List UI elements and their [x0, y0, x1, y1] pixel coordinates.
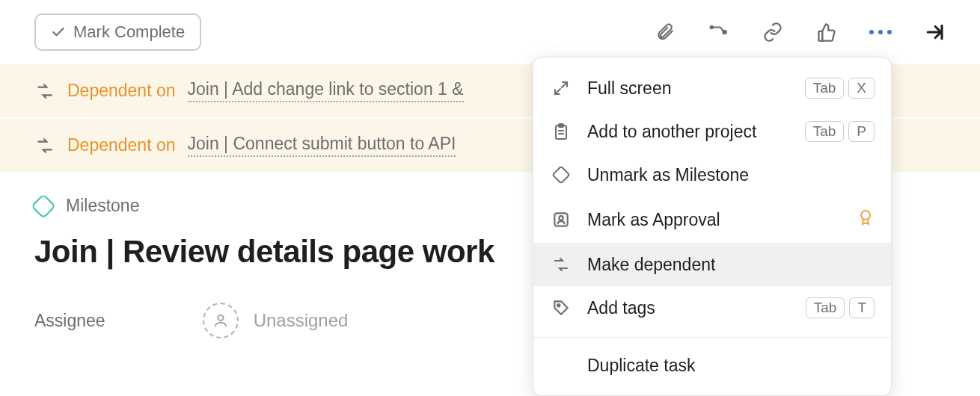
- menu-add-tags[interactable]: Add tags Tab T: [533, 286, 891, 330]
- more-actions-icon[interactable]: [869, 21, 892, 43]
- svg-point-2: [218, 315, 223, 321]
- task-header: Mark Complete: [0, 0, 980, 64]
- milestone-label: Milestone: [66, 196, 139, 216]
- check-icon: [51, 25, 66, 40]
- menu-label: Duplicate task: [587, 356, 875, 376]
- tag-icon: [550, 297, 572, 319]
- attachment-icon[interactable]: [654, 21, 676, 43]
- svg-point-8: [559, 216, 563, 220]
- diamond-icon: [550, 164, 572, 186]
- stamp-icon: [550, 208, 572, 231]
- menu-mark-approval[interactable]: Mark as Approval: [533, 197, 891, 243]
- menu-label: Add to another project: [587, 122, 790, 142]
- assignee-avatar-placeholder: [203, 303, 239, 338]
- dependency-label: Dependent on: [67, 81, 176, 101]
- mark-complete-label: Mark Complete: [73, 22, 185, 42]
- dependency-icon: [550, 253, 572, 276]
- menu-label: Mark as Approval: [587, 210, 842, 230]
- approval-badge-icon: [857, 207, 875, 232]
- subtask-icon[interactable]: [708, 21, 730, 43]
- menu-duplicate-task[interactable]: Duplicate task: [533, 345, 891, 386]
- svg-point-1: [711, 26, 713, 28]
- clipboard-icon: [550, 120, 572, 143]
- menu-make-dependent[interactable]: Make dependent: [533, 243, 891, 286]
- menu-label: Make dependent: [587, 255, 875, 275]
- assignee-text: Unassigned: [254, 310, 349, 331]
- svg-point-0: [723, 31, 726, 34]
- shortcut: Tab X: [805, 78, 875, 99]
- menu-full-screen[interactable]: Full screen Tab X: [533, 66, 891, 110]
- shortcut: Tab P: [805, 121, 875, 142]
- task-actions-menu: Full screen Tab X Add to another project…: [533, 57, 892, 396]
- svg-point-9: [861, 211, 870, 220]
- shortcut: Tab T: [806, 297, 875, 318]
- menu-label: Unmark as Milestone: [587, 165, 875, 185]
- menu-label: Full screen: [587, 78, 790, 99]
- like-icon[interactable]: [815, 21, 838, 43]
- menu-add-project[interactable]: Add to another project Tab P: [533, 110, 891, 153]
- dependency-icon: [34, 136, 55, 155]
- fullscreen-icon: [550, 77, 572, 99]
- assignee-value[interactable]: Unassigned: [203, 303, 349, 338]
- menu-divider: [533, 337, 891, 338]
- mark-complete-button[interactable]: Mark Complete: [34, 13, 201, 51]
- assignee-label: Assignee: [34, 311, 105, 331]
- dependency-label: Dependent on: [67, 135, 176, 155]
- dependency-icon: [34, 81, 55, 101]
- toolbar: [654, 21, 946, 43]
- milestone-diamond-icon: [31, 194, 56, 219]
- svg-point-10: [557, 304, 560, 306]
- collapse-panel-icon[interactable]: [923, 21, 946, 43]
- dependency-link[interactable]: Join | Add change link to section 1 &: [188, 79, 464, 102]
- link-icon[interactable]: [762, 21, 784, 43]
- dependency-link[interactable]: Join | Connect submit button to API: [188, 134, 456, 157]
- menu-unmark-milestone[interactable]: Unmark as Milestone: [533, 153, 891, 197]
- menu-label: Add tags: [587, 298, 791, 318]
